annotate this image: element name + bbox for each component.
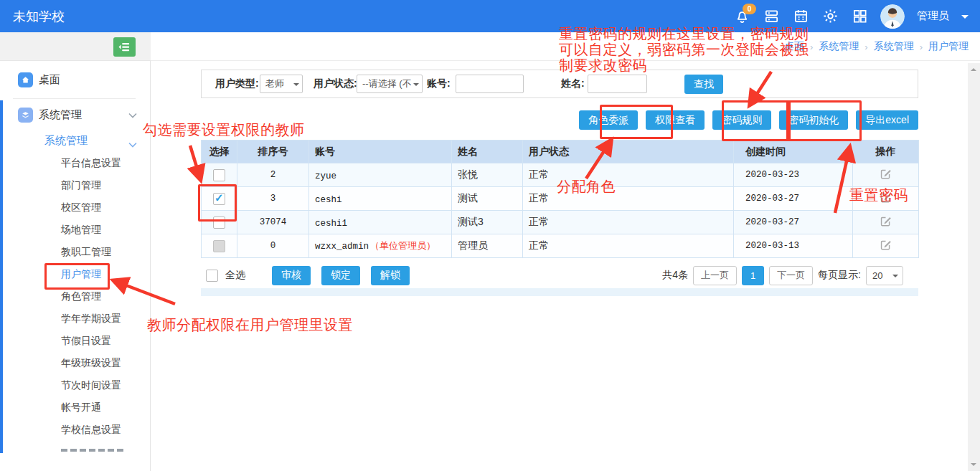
table-head-row: 选择排序号账号姓名用户状态创建时间操作	[202, 141, 919, 163]
sidebar-item[interactable]: 学校信息设置	[0, 419, 149, 441]
annotation-assign-permission: 教师分配权限在用户管理里设置	[147, 317, 353, 333]
user-status-select[interactable]: --请选择 (不	[357, 75, 423, 93]
total-count: 共4条	[662, 269, 688, 282]
select-all-checkbox[interactable]	[206, 270, 218, 282]
column-header: 创建时间	[734, 141, 853, 163]
grid-icon[interactable]	[851, 8, 868, 25]
column-header: 用户状态	[523, 141, 734, 163]
app-header: 未知学校 0 管理员	[0, 0, 980, 32]
annotation-reset-password: 重置密码	[849, 187, 908, 203]
sidebar-submenu-label: 系统管理	[44, 134, 88, 148]
sidebar-item[interactable]: 角色管理	[0, 285, 149, 308]
per-page-select[interactable]: 20	[866, 266, 903, 285]
table-row: 0wzxx_admin（单位管理员）管理员正常2020-03-13	[202, 234, 919, 258]
account-label: 账号:	[427, 70, 451, 97]
row-checkbox[interactable]	[213, 169, 225, 181]
edit-icon[interactable]	[880, 168, 892, 180]
sidebar-item[interactable]: 部门管理	[0, 174, 149, 196]
column-header: 排序号	[237, 141, 309, 163]
sidebar-item[interactable]: 帐号开通	[0, 396, 149, 419]
per-page-label: 每页显示:	[818, 269, 861, 282]
sidebar-item-desktop[interactable]: 桌面	[0, 67, 150, 92]
action-button[interactable]: 密码规则	[712, 110, 771, 130]
card-footer-strip	[201, 288, 918, 296]
school-name: 未知学校	[13, 8, 65, 25]
sidebar-menu-label: 系统管理	[39, 108, 82, 122]
cell-account: zyue	[309, 163, 452, 187]
user-menu[interactable]: 管理员	[917, 9, 949, 23]
sidebar-submenu-system[interactable]: 系统管理	[44, 130, 88, 151]
breadcrumb: 桌面›系统管理›系统管理›用户管理	[784, 32, 969, 61]
sidebar-item-partial[interactable]	[61, 449, 124, 452]
action-buttons: 角色委派权限查看密码规则密码初始化导出excel	[201, 110, 918, 130]
page-scrollbar[interactable]	[968, 63, 980, 471]
caret-down-icon[interactable]	[961, 15, 969, 22]
scroll-up-arrow-icon[interactable]	[971, 68, 976, 71]
next-page-button[interactable]: 下一页	[769, 266, 813, 285]
calendar-icon[interactable]	[792, 8, 809, 25]
sidebar-item[interactable]: 学年学期设置	[0, 308, 149, 330]
row-checkbox	[213, 240, 225, 252]
prev-page-button[interactable]: 上一页	[693, 266, 737, 285]
sidebar-item[interactable]: 场地管理	[0, 219, 149, 241]
bell-icon[interactable]: 0	[733, 8, 750, 25]
table-body: 2zyue张悦正常2020-03-233ceshi测试正常2020-03-273…	[202, 163, 919, 258]
sidebar-item[interactable]: 节假日设置	[0, 330, 149, 352]
sidebar-top-strip	[0, 32, 151, 61]
breadcrumb-item[interactable]: 系统管理	[874, 40, 914, 53]
cell-name: 测试3	[452, 211, 523, 234]
breadcrumb-separator: ›	[810, 42, 813, 52]
table-row: 37074ceshi1测试3正常2020-03-27	[202, 211, 919, 234]
server-icon[interactable]	[763, 8, 780, 25]
row-checkbox[interactable]	[213, 217, 225, 229]
sidebar-divider	[13, 98, 136, 99]
toolbar-button[interactable]: 审核	[272, 266, 311, 285]
scroll-down-arrow-icon[interactable]	[971, 463, 976, 466]
sidebar-item[interactable]: 节次时间设置	[0, 374, 149, 396]
breadcrumb-item[interactable]: 用户管理	[928, 40, 969, 53]
avatar[interactable]	[880, 4, 905, 29]
action-button[interactable]: 密码初始化	[779, 110, 848, 130]
layers-icon	[18, 108, 33, 123]
edit-icon[interactable]	[880, 215, 892, 227]
cell-account: ceshi	[309, 187, 452, 211]
current-page[interactable]: 1	[742, 266, 764, 285]
user-status-label: 用户状态:	[314, 70, 357, 97]
notification-badge: 0	[743, 4, 756, 14]
gear-icon[interactable]	[821, 8, 839, 25]
action-button[interactable]: 权限查看	[646, 110, 705, 130]
toolbar-button[interactable]: 解锁	[371, 266, 410, 285]
pagination: 共4条 上一页 1 下一页 每页显示: 20	[662, 266, 918, 285]
breadcrumb-separator: ›	[920, 42, 923, 52]
action-button[interactable]: 导出excel	[856, 110, 918, 130]
sidebar-item[interactable]: 平台信息设置	[0, 152, 149, 174]
sidebar-item[interactable]: 校区管理	[0, 196, 149, 219]
breadcrumb-item[interactable]: 系统管理	[819, 40, 859, 53]
bottom-toolbar: 全选 审核锁定解锁 共4条 上一页 1 下一页 每页显示: 20	[201, 262, 918, 288]
action-button[interactable]: 角色委派	[579, 110, 638, 130]
row-checkbox[interactable]	[213, 193, 225, 205]
sidebar-menu-system[interactable]: 系统管理	[0, 102, 150, 128]
cell-created: 2020-03-23	[734, 163, 853, 187]
cell-order: 2	[237, 163, 309, 187]
chevron-down-icon	[128, 138, 137, 151]
edit-icon[interactable]	[880, 239, 892, 251]
sidebar-item[interactable]: 年级班级设置	[0, 352, 149, 374]
column-header: 账号	[309, 141, 452, 163]
name-label: 姓名:	[561, 70, 585, 97]
annotation-check-teacher: 勾选需要设置权限的教师	[143, 122, 305, 138]
page: 未知学校 0 管理员	[0, 0, 980, 471]
collapse-menu-button[interactable]	[113, 37, 136, 57]
name-input[interactable]	[588, 75, 647, 93]
sidebar-item[interactable]: 教职工管理	[0, 241, 149, 263]
sidebar-item[interactable]: 用户管理	[0, 263, 149, 285]
cell-status: 正常	[523, 163, 734, 187]
account-input[interactable]	[456, 75, 524, 93]
user-table: 选择排序号账号姓名用户状态创建时间操作 2zyue张悦正常2020-03-233…	[201, 140, 919, 258]
search-button[interactable]: 查找	[684, 75, 723, 94]
cell-created: 2020-03-27	[734, 211, 853, 234]
annotation-assign-role: 分配角色	[557, 179, 616, 194]
toolbar-button[interactable]: 锁定	[321, 266, 360, 285]
user-table-wrap: 选择排序号账号姓名用户状态创建时间操作 2zyue张悦正常2020-03-233…	[201, 140, 918, 258]
user-type-select[interactable]: 老师	[260, 75, 303, 93]
